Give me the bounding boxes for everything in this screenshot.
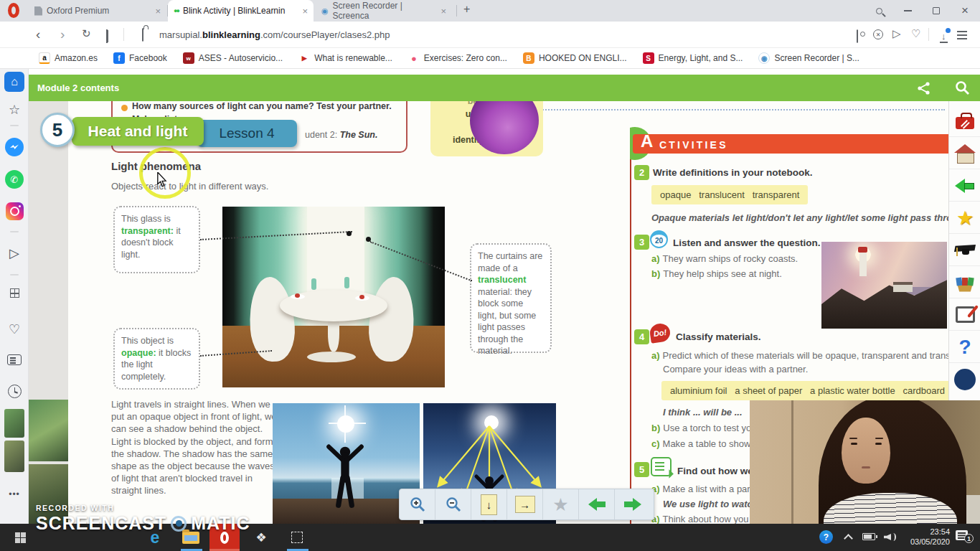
tray-notifications[interactable]: 1	[956, 530, 968, 540]
scroll-page-button[interactable]: ↓	[471, 489, 507, 519]
profile-button[interactable]	[949, 364, 980, 395]
favorites-button[interactable]: ★	[949, 202, 980, 234]
settings-sliders-icon[interactable]	[957, 31, 967, 39]
toolbox-icon	[956, 117, 974, 129]
tab-screen-recorder[interactable]: ◉ Screen Recorder | Screenca ×	[316, 0, 452, 22]
bookmark-exercises[interactable]: ●Exercises: Zero con...	[408, 52, 507, 64]
sidebar-item-speed-dial[interactable]: ⌂	[0, 72, 29, 92]
student-prefix: udent 2:	[305, 130, 340, 140]
amazon-favicon-icon: a	[39, 52, 50, 64]
snip-icon	[291, 532, 303, 543]
sidebar-item-tabs-grid[interactable]	[0, 288, 29, 298]
new-tab-button[interactable]: +	[463, 3, 470, 16]
callout-transparent: This glass is transparent: it doesn't bl…	[113, 206, 200, 273]
bookmark-label: Screen Recorder | S...	[774, 53, 859, 63]
downloads-icon[interactable]: ↓	[940, 31, 948, 43]
notepad-pencil-icon	[956, 306, 975, 323]
minimize-button[interactable]	[895, 0, 920, 22]
toolbox-button[interactable]	[949, 105, 980, 137]
bookmark-hooked[interactable]: BHOOKED ON ENGLI...	[523, 52, 627, 64]
url-text[interactable]: marsupial.blinklearning.com/coursePlayer…	[159, 29, 390, 40]
url-prefix: marsupial.	[159, 29, 202, 40]
bookmark-energy[interactable]: SEnergy, Light, and S...	[643, 52, 743, 64]
bookmark-label: Energy, Light, and S...	[659, 53, 743, 63]
screen: Oxford Premium × ●● Blink Activity | Bli…	[0, 0, 980, 551]
bookmark-recorder[interactable]: ◉Screen Recorder | S...	[758, 52, 859, 64]
tray-help[interactable]: ?	[819, 530, 833, 544]
taskbar-dropbox[interactable]: ❖	[247, 524, 275, 551]
close-window-button[interactable]: ×	[953, 0, 977, 22]
training-button[interactable]	[949, 235, 980, 266]
bookmark-amazon[interactable]: aAmazon.es	[39, 52, 98, 64]
sidebar-item-instagram[interactable]	[0, 202, 29, 220]
share-icon[interactable]	[917, 81, 931, 95]
adblock-shield-icon[interactable]: ✕	[873, 29, 883, 39]
prev-arrow-icon	[588, 498, 606, 511]
home-button[interactable]	[949, 138, 980, 169]
tab-close-icon[interactable]: ×	[155, 6, 161, 17]
sidebar-item-more[interactable]: •••	[0, 489, 29, 499]
exercises-favicon-icon: ●	[408, 52, 420, 64]
tray-volume[interactable]	[884, 532, 897, 542]
tab-close-icon[interactable]: ×	[302, 6, 308, 17]
search-button[interactable]	[867, 0, 891, 22]
reload-button[interactable]: ↻	[82, 28, 91, 39]
help-button[interactable]: ?	[949, 331, 980, 363]
sidebar-item-flow[interactable]: ▷	[0, 245, 29, 261]
sidebar-item-history[interactable]	[0, 385, 29, 398]
callout-text: This object is	[121, 336, 174, 346]
lock-icon[interactable]	[142, 28, 143, 42]
sidebar-item-whatsapp[interactable]: ✆	[0, 170, 29, 189]
bookmark-label: What is renewable...	[314, 53, 392, 63]
snapshot-icon[interactable]	[857, 29, 858, 43]
energy-favicon-icon: S	[643, 52, 654, 64]
audio-track-icon[interactable]: 20	[650, 230, 668, 248]
resources-button[interactable]	[949, 267, 980, 298]
send-to-device-icon[interactable]: ▷	[892, 28, 901, 39]
tab-oxford-premium[interactable]: Oxford Premium ×	[29, 0, 166, 22]
opera-logo-icon[interactable]	[8, 3, 19, 18]
activities-title-rest: CTIVITIES	[659, 139, 728, 151]
forward-button[interactable]: ›	[60, 27, 65, 41]
keeper-house	[893, 282, 913, 292]
sidebar-item-messenger[interactable]	[0, 138, 29, 156]
speed-dial-icon[interactable]	[106, 29, 108, 43]
option-text: Use a torch to test you	[663, 423, 756, 433]
activities-rule	[630, 150, 631, 524]
restore-button[interactable]	[924, 0, 948, 22]
search-icon[interactable]	[954, 80, 971, 96]
bookmark-label: ASES - Autoservicio...	[199, 53, 283, 63]
next-page-button[interactable]	[615, 489, 651, 519]
face-detail	[862, 466, 870, 468]
zoom-in-button[interactable]	[400, 489, 435, 519]
back-button[interactable]: ‹	[36, 27, 40, 41]
bullet-icon	[121, 105, 128, 111]
taskbar-snipping-tool[interactable]	[283, 524, 311, 551]
module-bar: Module 2 contents	[29, 75, 980, 101]
tray-clock[interactable]: 23:54 03/05/2020	[903, 527, 950, 547]
sidebar-item-news[interactable]	[0, 354, 29, 365]
tray-battery[interactable]	[862, 533, 875, 540]
sidebar-item-bookmarks[interactable]: ☆	[0, 102, 29, 118]
activity4-example: I think ... will be ...	[663, 407, 743, 418]
tray-chevron[interactable]	[845, 532, 852, 542]
tab-close-icon[interactable]: ×	[440, 6, 446, 17]
watermark-brand-left: SCREENCAST	[36, 513, 166, 534]
previous-page-button[interactable]	[579, 489, 615, 519]
back-button[interactable]	[949, 170, 980, 202]
tab-blink-activity[interactable]: ●● Blink Activity | BlinkLearnin ×	[168, 0, 314, 22]
bookmark-renewable[interactable]: ▶What is renewable...	[298, 52, 392, 64]
bookmark-heart-icon[interactable]: ♡	[911, 28, 920, 39]
zoom-out-button[interactable]	[435, 489, 471, 519]
bookmark-facebook[interactable]: fFacebook	[113, 52, 167, 64]
activity3-option-a: a)They warn ships of rocky coasts.	[651, 253, 798, 264]
start-button[interactable]	[7, 524, 33, 551]
notes-button[interactable]	[949, 299, 980, 331]
activity5-number: 5	[634, 462, 649, 477]
sidebar-item-favorites[interactable]: ♡	[0, 321, 29, 337]
unit-title: Heat and light	[72, 117, 204, 146]
module-title: Module 2 contents	[37, 83, 119, 93]
bookmark-ases[interactable]: wASES - Autoservicio...	[183, 52, 283, 64]
favorite-page-button[interactable]: ★	[543, 489, 579, 519]
page-layout-button[interactable]: →	[507, 489, 543, 519]
